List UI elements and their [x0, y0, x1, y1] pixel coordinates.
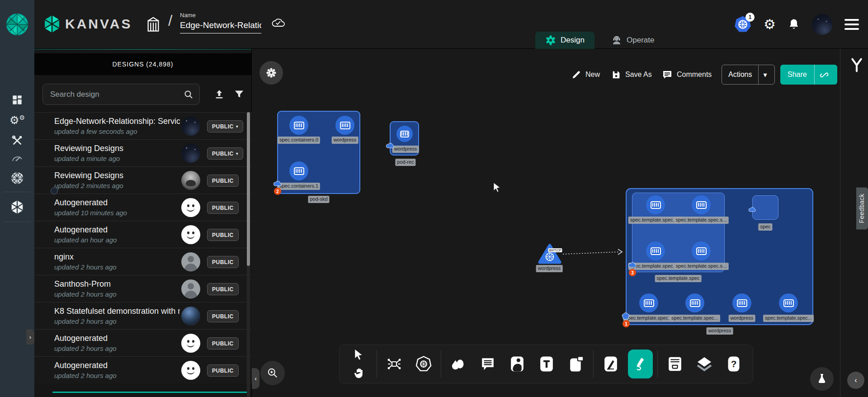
sidebar-item-extensions[interactable]	[0, 172, 34, 184]
error-count-badge[interactable]: 2	[274, 188, 281, 195]
search-icon[interactable]	[183, 89, 194, 100]
sidebar-item-configuration[interactable]	[0, 135, 34, 147]
share-link[interactable]	[814, 65, 835, 85]
design-list-item[interactable]: Autogenerated updated 2 hours ago PUBLIC…	[34, 329, 252, 356]
pan-tool-button[interactable]	[346, 364, 372, 382]
visibility-badge[interactable]: PUBLIC▾	[207, 283, 239, 295]
design-list-item[interactable]: Autogenerated updated 10 minutes ago PUB…	[34, 194, 252, 221]
design-list-item[interactable]: Edge-Network-Relationship: Service updat…	[34, 112, 252, 139]
shapes-tool-button[interactable]	[446, 350, 471, 378]
comment-tool-button[interactable]	[475, 350, 500, 378]
doodle-pencil-tool-button[interactable]	[628, 350, 653, 378]
settings-gear-icon[interactable]: ⚙	[764, 18, 776, 31]
actions-main[interactable]: Actions	[722, 65, 758, 84]
publish-upload-icon[interactable]	[213, 88, 225, 100]
tab-operate[interactable]: Operate	[601, 32, 664, 49]
group-label: spec.template.spec	[655, 275, 702, 282]
container-node[interactable]	[732, 293, 751, 312]
notifications-bell-icon[interactable]	[788, 18, 800, 31]
container-node[interactable]	[396, 126, 413, 142]
organization-icon[interactable]	[146, 15, 161, 33]
visibility-badge[interactable]: PUBLIC▾	[207, 120, 243, 132]
design-list-item[interactable]: nginx updated 2 hours ago PUBLIC▾	[34, 248, 252, 275]
sidebar-item-kanvas[interactable]	[0, 200, 34, 214]
panel-scrollbar-thumb[interactable]	[247, 112, 250, 266]
dock-toggle-button[interactable]	[259, 61, 283, 85]
panel-collapse-button[interactable]: ‹	[252, 368, 259, 389]
container-node[interactable]	[646, 241, 665, 260]
menu-hamburger-icon[interactable]	[844, 19, 859, 30]
app-header: KANVAS / Name	[0, 0, 868, 49]
right-rail-collapse-button[interactable]: ‹	[847, 372, 864, 389]
drawer-tool-button[interactable]	[662, 350, 687, 378]
kanvas-brand[interactable]: KANVAS	[43, 14, 132, 33]
new-button[interactable]: New	[571, 65, 600, 85]
error-count-badge[interactable]: 3	[629, 269, 636, 276]
design-list-item[interactable]: Reviewing Designs updated 2 minutes ago …	[34, 166, 252, 194]
design-title: Santhosh-Prom	[54, 279, 111, 289]
media-tool-button[interactable]	[505, 350, 529, 378]
visibility-badge[interactable]: PUBLIC▾	[207, 229, 239, 241]
actions-split-button[interactable]: Actions ▾	[722, 65, 775, 85]
visibility-badge[interactable]: PUBLIC▾	[207, 364, 239, 377]
container-node[interactable]	[779, 293, 798, 312]
tab-design[interactable]: Design	[535, 32, 594, 49]
cloud-badge-icon	[628, 261, 637, 268]
container-node[interactable]	[692, 195, 711, 214]
share-split-button[interactable]: Share	[780, 65, 837, 85]
edge-service-to-deployment[interactable]	[562, 248, 626, 257]
filter-funnel-icon[interactable]	[233, 88, 245, 100]
container-node[interactable]	[289, 161, 308, 180]
design-name-input[interactable]	[180, 19, 261, 33]
text-tool-button[interactable]	[534, 350, 559, 378]
error-count-badge[interactable]: 1	[623, 320, 630, 327]
sidebar-item-dashboard[interactable]	[0, 94, 34, 106]
design-list-item[interactable]: Santhosh-Prom updated 2 hours ago PUBLIC…	[34, 275, 252, 302]
container-icon	[651, 247, 661, 255]
save-as-button[interactable]: Save As	[611, 65, 652, 85]
design-list-item[interactable]: Reviewing Designs updated a minute ago P…	[34, 139, 252, 166]
visibility-badge[interactable]: PUBLIC▾	[207, 256, 239, 268]
layers-tool-button[interactable]	[692, 350, 717, 378]
visibility-badge[interactable]: PUBLIC▾	[207, 202, 239, 214]
experiments-flask-button[interactable]	[810, 367, 834, 391]
container-icon	[696, 201, 707, 209]
search-input[interactable]	[50, 90, 183, 99]
note-tool-button[interactable]	[564, 350, 589, 378]
feedback-tab[interactable]: Feedback	[856, 187, 868, 229]
kubernetes-context-button[interactable]: 1	[734, 15, 752, 33]
visibility-badge[interactable]: PUBLIC▾	[207, 175, 239, 187]
user-avatar[interactable]	[812, 14, 833, 35]
select-tool-button[interactable]	[346, 346, 372, 364]
container-node[interactable]	[692, 241, 711, 260]
design-owner-avatar	[181, 334, 200, 353]
layers-icon	[696, 356, 712, 372]
container-node[interactable]	[335, 116, 354, 135]
design-list-item[interactable]: K8 Statefulset demonstration with mo upd…	[34, 302, 252, 329]
sidebar-item-performance[interactable]	[0, 153, 34, 163]
help-tool-button[interactable]: ?	[722, 350, 746, 378]
sidebar-expand-button[interactable]: ›	[26, 329, 34, 345]
visibility-badge[interactable]: PUBLIC▾	[207, 147, 243, 160]
container-node[interactable]	[646, 195, 665, 214]
container-node[interactable]	[639, 293, 658, 312]
share-main[interactable]: Share	[780, 65, 814, 85]
container-node[interactable]	[685, 293, 704, 312]
zoom-in-button[interactable]	[260, 361, 285, 385]
visibility-badge[interactable]: PUBLIC▾	[207, 337, 239, 350]
kubernetes-tool-button[interactable]	[411, 350, 436, 378]
hand-icon	[354, 367, 364, 379]
service-node[interactable]	[538, 243, 562, 265]
actions-dropdown[interactable]: ▾	[758, 65, 771, 84]
visibility-badge[interactable]: PUBLIC▾	[207, 310, 239, 322]
layer5-logo[interactable]	[0, 0, 34, 49]
comments-button[interactable]: Comments	[662, 65, 712, 85]
design-list-item[interactable]: Autogenerated updated an hour ago PUBLIC…	[34, 221, 252, 248]
mesh-flow-tool-button[interactable]	[382, 350, 406, 378]
container-node[interactable]	[289, 116, 308, 135]
design-title: Edge-Network-Relationship: Service	[54, 117, 180, 126]
pen-tool-button[interactable]	[598, 350, 623, 378]
node-label: wordpress	[729, 315, 755, 322]
sidebar-item-lifecycle[interactable]: ⚙⚙	[0, 114, 34, 127]
design-list-item[interactable]: Autogenerated updated 2 hours ago PUBLIC…	[34, 356, 252, 383]
